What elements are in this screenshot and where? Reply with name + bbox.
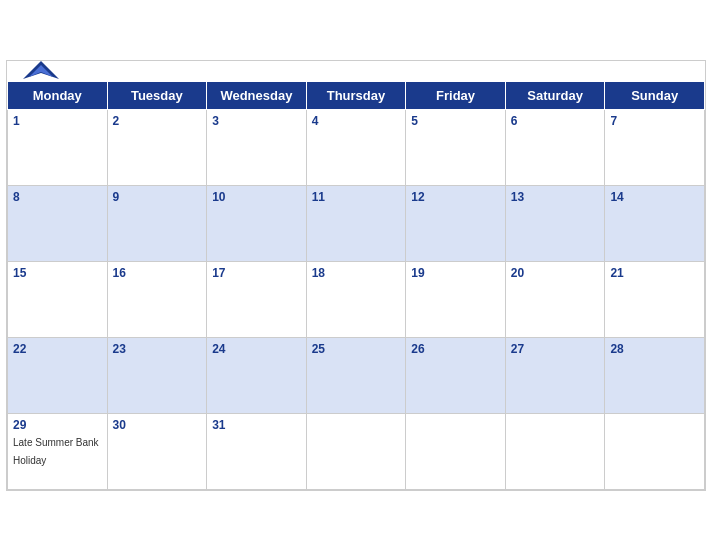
date-number: 13 bbox=[511, 190, 600, 204]
calendar-cell bbox=[605, 413, 705, 489]
date-number: 29 bbox=[13, 418, 102, 432]
calendar-cell: 27 bbox=[505, 337, 605, 413]
calendar-cell: 4 bbox=[306, 109, 406, 185]
date-number: 17 bbox=[212, 266, 301, 280]
calendar-cell: 24 bbox=[207, 337, 307, 413]
date-number: 10 bbox=[212, 190, 301, 204]
generalblue-logo bbox=[23, 59, 59, 83]
calendar-cell: 1 bbox=[8, 109, 108, 185]
date-number: 11 bbox=[312, 190, 401, 204]
calendar-cell: 18 bbox=[306, 261, 406, 337]
calendar-container: MondayTuesdayWednesdayThursdayFridaySatu… bbox=[6, 60, 706, 491]
calendar-cell: 22 bbox=[8, 337, 108, 413]
date-number: 22 bbox=[13, 342, 102, 356]
week-row-3: 15161718192021 bbox=[8, 261, 705, 337]
date-number: 21 bbox=[610, 266, 699, 280]
calendar-cell: 2 bbox=[107, 109, 207, 185]
date-number: 28 bbox=[610, 342, 699, 356]
calendar-cell: 30 bbox=[107, 413, 207, 489]
calendar-cell: 11 bbox=[306, 185, 406, 261]
date-number: 14 bbox=[610, 190, 699, 204]
date-number: 23 bbox=[113, 342, 202, 356]
calendar-cell: 16 bbox=[107, 261, 207, 337]
date-number: 16 bbox=[113, 266, 202, 280]
date-number: 8 bbox=[13, 190, 102, 204]
week-row-2: 891011121314 bbox=[8, 185, 705, 261]
week-row-4: 22232425262728 bbox=[8, 337, 705, 413]
weekday-header-sunday: Sunday bbox=[605, 81, 705, 109]
holiday-label: Late Summer Bank Holiday bbox=[13, 437, 99, 466]
date-number: 7 bbox=[610, 114, 699, 128]
week-row-5: 29Late Summer Bank Holiday3031 bbox=[8, 413, 705, 489]
calendar-cell: 17 bbox=[207, 261, 307, 337]
calendar-cell: 21 bbox=[605, 261, 705, 337]
calendar-cell: 20 bbox=[505, 261, 605, 337]
weekday-header-friday: Friday bbox=[406, 81, 506, 109]
date-number: 24 bbox=[212, 342, 301, 356]
date-number: 18 bbox=[312, 266, 401, 280]
calendar-cell: 3 bbox=[207, 109, 307, 185]
calendar-cell: 29Late Summer Bank Holiday bbox=[8, 413, 108, 489]
date-number: 19 bbox=[411, 266, 500, 280]
calendar-cell: 15 bbox=[8, 261, 108, 337]
calendar-cell: 5 bbox=[406, 109, 506, 185]
date-number: 5 bbox=[411, 114, 500, 128]
calendar-cell: 26 bbox=[406, 337, 506, 413]
date-number: 27 bbox=[511, 342, 600, 356]
date-number: 1 bbox=[13, 114, 102, 128]
calendar-cell bbox=[406, 413, 506, 489]
calendar-cell: 28 bbox=[605, 337, 705, 413]
calendar-header bbox=[7, 61, 705, 81]
date-number: 12 bbox=[411, 190, 500, 204]
calendar-cell: 7 bbox=[605, 109, 705, 185]
date-number: 30 bbox=[113, 418, 202, 432]
weekday-header-thursday: Thursday bbox=[306, 81, 406, 109]
calendar-cell bbox=[306, 413, 406, 489]
calendar-cell: 8 bbox=[8, 185, 108, 261]
calendar-cell: 13 bbox=[505, 185, 605, 261]
calendar-cell: 19 bbox=[406, 261, 506, 337]
date-number: 3 bbox=[212, 114, 301, 128]
calendar-cell: 23 bbox=[107, 337, 207, 413]
calendar-cell: 10 bbox=[207, 185, 307, 261]
calendar-cell: 9 bbox=[107, 185, 207, 261]
date-number: 15 bbox=[13, 266, 102, 280]
date-number: 6 bbox=[511, 114, 600, 128]
date-number: 9 bbox=[113, 190, 202, 204]
calendar-cell: 31 bbox=[207, 413, 307, 489]
weekday-header-monday: Monday bbox=[8, 81, 108, 109]
calendar-cell: 12 bbox=[406, 185, 506, 261]
date-number: 31 bbox=[212, 418, 301, 432]
weekday-header-tuesday: Tuesday bbox=[107, 81, 207, 109]
calendar-table: MondayTuesdayWednesdayThursdayFridaySatu… bbox=[7, 81, 705, 490]
calendar-cell: 25 bbox=[306, 337, 406, 413]
date-number: 26 bbox=[411, 342, 500, 356]
date-number: 2 bbox=[113, 114, 202, 128]
calendar-cell: 6 bbox=[505, 109, 605, 185]
calendar-cell: 14 bbox=[605, 185, 705, 261]
week-row-1: 1234567 bbox=[8, 109, 705, 185]
weekday-header-row: MondayTuesdayWednesdayThursdayFridaySatu… bbox=[8, 81, 705, 109]
calendar-cell bbox=[505, 413, 605, 489]
weekday-header-saturday: Saturday bbox=[505, 81, 605, 109]
weekday-header-wednesday: Wednesday bbox=[207, 81, 307, 109]
date-number: 25 bbox=[312, 342, 401, 356]
date-number: 20 bbox=[511, 266, 600, 280]
date-number: 4 bbox=[312, 114, 401, 128]
